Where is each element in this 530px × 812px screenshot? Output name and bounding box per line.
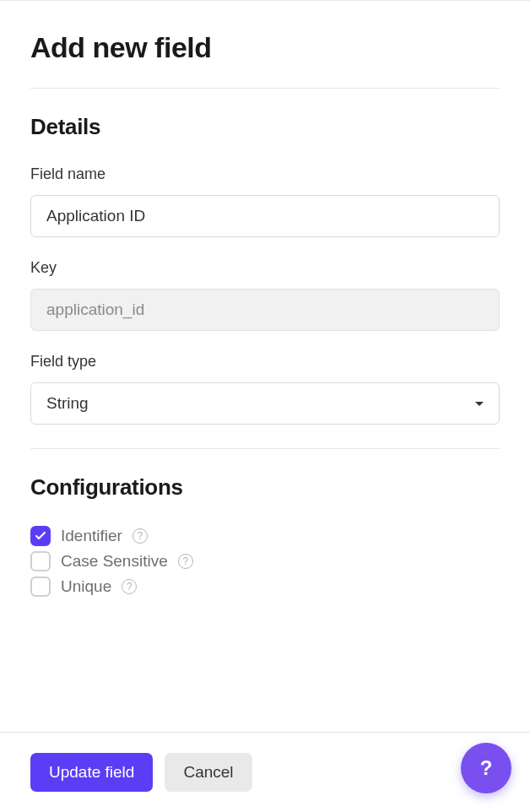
identifier-checkbox[interactable] (30, 526, 51, 546)
cancel-button[interactable]: Cancel (165, 753, 251, 792)
section-details-title: Details (30, 114, 500, 140)
page-title: Add new field (30, 31, 500, 64)
field-name-input[interactable] (30, 195, 500, 237)
key-input (30, 289, 500, 331)
config-row-case-sensitive: Case Sensitive ? (30, 551, 500, 571)
field-type-select[interactable]: String (30, 382, 500, 425)
unique-checkbox[interactable] (30, 577, 51, 597)
update-field-button[interactable]: Update field (30, 753, 153, 792)
key-label: Key (30, 259, 500, 277)
field-name-group: Field name (30, 165, 500, 237)
help-icon[interactable]: ? (178, 554, 193, 569)
unique-label: Unique (61, 577, 111, 596)
config-row-identifier: Identifier ? (30, 526, 500, 546)
help-icon[interactable]: ? (132, 528, 148, 544)
case-sensitive-checkbox[interactable] (30, 551, 51, 571)
section-configurations-title: Configurations (30, 474, 500, 501)
identifier-label: Identifier (61, 527, 122, 545)
config-row-unique: Unique ? (30, 577, 500, 597)
footer: Update field Cancel (0, 732, 530, 812)
field-type-group: Field type String (30, 353, 500, 425)
help-icon[interactable]: ? (122, 579, 137, 594)
check-icon (35, 532, 46, 540)
field-type-label: Field type (30, 353, 500, 371)
key-group: Key (30, 259, 500, 331)
case-sensitive-label: Case Sensitive (61, 552, 168, 571)
field-name-label: Field name (30, 165, 500, 183)
divider (30, 88, 500, 89)
divider (30, 448, 500, 449)
help-fab-button[interactable]: ? (461, 743, 511, 793)
